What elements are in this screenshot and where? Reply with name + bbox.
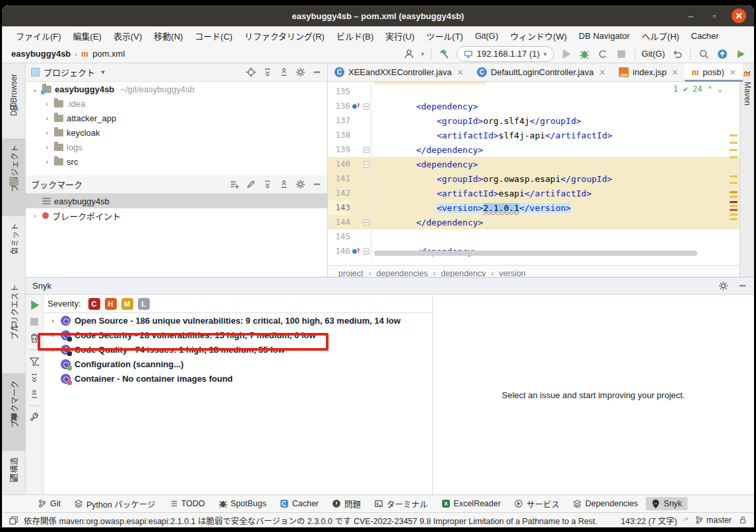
error-stripe-mark[interactable] [730, 201, 738, 203]
close-tab-icon[interactable]: ✕ [730, 68, 736, 77]
menu-item[interactable]: リファクタリング(R) [238, 28, 331, 44]
menu-item[interactable]: Cacher [685, 29, 725, 43]
hide-panel-icon[interactable] [312, 67, 322, 77]
code-editor[interactable]: 1 ✔ 24 ⌃ ⌄ 135136↑− <dependency>137 <gro… [328, 82, 740, 260]
error-stripe-mark[interactable] [730, 205, 738, 207]
fold-marker-icon[interactable]: − [363, 103, 369, 109]
chevron-right-icon[interactable]: › [43, 158, 51, 165]
coverage-button[interactable] [596, 47, 610, 61]
chevron-right-icon[interactable]: › [43, 143, 51, 151]
snyk-result-row[interactable]: Container - No container images found [44, 371, 432, 386]
severity-toggle-c[interactable]: C [88, 298, 100, 310]
rollback-icon[interactable] [670, 47, 683, 61]
editor-tab[interactable]: CXEEandXXEController.java✕ [328, 63, 470, 81]
tool-window-tab-ターミナル[interactable]: ターミナル [369, 496, 433, 512]
error-stripe-mark[interactable] [730, 134, 738, 136]
error-stripe-mark[interactable] [730, 182, 738, 184]
caret-position[interactable]: 143:22 (7 文字) [621, 514, 677, 527]
minimize-panel-icon[interactable] [738, 281, 747, 291]
tool-window-tab-問題[interactable]: 問題 [327, 496, 366, 512]
severity-toggle-h[interactable]: H [105, 298, 117, 310]
menu-item[interactable]: ウィンドウ(W) [504, 28, 573, 44]
filter-button[interactable] [29, 356, 40, 367]
severity-toggle-l[interactable]: L [138, 298, 150, 310]
project-tree-item[interactable]: ›logs [26, 140, 327, 154]
breadcrumb[interactable]: easybuggy4sb›mpom.xml [2, 49, 125, 59]
run-button[interactable] [559, 47, 573, 61]
gear-icon[interactable] [718, 281, 728, 291]
snyk-panel-header[interactable]: Snyk [26, 278, 754, 295]
close-button[interactable]: ✕ [732, 9, 746, 23]
window-layout-icon[interactable] [9, 516, 18, 525]
status-message[interactable]: 依存関係 maven:org.owasp.esapi:esapi:2.1.0.1… [24, 514, 598, 527]
project-panel-title[interactable]: プロジェクト [44, 66, 95, 78]
error-stripe-mark[interactable] [730, 218, 738, 220]
project-tree-item[interactable]: ›keycloak [26, 125, 327, 140]
activity-tab-db[interactable]: DB Browser [2, 67, 26, 138]
git-branch-widget[interactable]: master [695, 516, 732, 525]
bookmarks-panel-title[interactable]: ブックマーク [31, 178, 82, 191]
collapse-all-icon[interactable] [279, 179, 289, 189]
tool-window-tab-spotbugs[interactable]: SpotBugs [213, 497, 272, 510]
error-stripe-mark[interactable] [730, 142, 738, 144]
update-icon[interactable] [716, 47, 729, 61]
menu-item[interactable]: 移動(N) [148, 28, 189, 44]
tool-window-tab-todo[interactable]: TODO [164, 497, 210, 510]
locate-icon[interactable] [246, 67, 256, 77]
editor-tab[interactable]: JSPindex.jsp✕ [612, 63, 685, 81]
show-hidden-tabs-icon[interactable] [743, 67, 753, 77]
minimize-button[interactable]: – [684, 9, 697, 22]
menu-item[interactable]: コード(C) [189, 28, 238, 44]
chevron-down-icon[interactable]: ▾ [99, 68, 107, 76]
close-tab-icon[interactable]: ✕ [672, 68, 678, 77]
code-line[interactable]: 141 <groupId>org.owasp.esapi</groupId> [328, 171, 740, 186]
error-stripe-mark[interactable] [730, 149, 738, 151]
tool-window-tab-snyk[interactable]: Snyk [646, 497, 687, 510]
menu-item[interactable]: 表示(V) [108, 28, 148, 44]
chevron-down-icon[interactable]: ▾ [421, 51, 424, 57]
menu-item[interactable]: 実行(U) [379, 28, 420, 44]
error-stripe-mark[interactable] [730, 209, 738, 211]
breadcrumb-file[interactable]: pom.xml [92, 49, 125, 59]
code-line[interactable]: 135 [328, 84, 740, 99]
cacher-run-icon[interactable] [734, 47, 747, 61]
error-stripe-mark[interactable] [730, 175, 738, 177]
code-line[interactable]: 139− </dependency> [328, 142, 740, 157]
code-line[interactable]: 140− <dependency> [328, 157, 740, 171]
title-bar[interactable]: easybuggy4sb – pom.xml (easybuggy4sb) – … [2, 5, 754, 26]
error-stripe-mark[interactable] [730, 191, 738, 193]
snyk-result-row[interactable]: ›Open Source - 186 unique vulnerabilitie… [44, 313, 432, 328]
gear-icon[interactable] [296, 179, 305, 189]
tool-window-tab-git[interactable]: Git [32, 497, 66, 510]
gear-icon[interactable] [296, 67, 305, 77]
stop-scan-button[interactable] [29, 316, 40, 327]
close-tab-icon[interactable]: ✕ [599, 68, 606, 77]
activity-tab-pr[interactable]: プルリクエスト [2, 277, 26, 363]
user-profile-icon[interactable] [402, 47, 416, 61]
project-tree-item[interactable]: ⌄easybuggy4sb~/git/easybuggy4sb [26, 82, 327, 96]
hide-panel-icon[interactable] [312, 179, 322, 189]
collapse-all-icon[interactable] [29, 389, 40, 399]
chevron-down-icon[interactable]: ⌄ [31, 85, 39, 94]
project-tree-item[interactable]: ›src [26, 154, 327, 169]
code-line[interactable]: 145 [328, 229, 740, 244]
horizontal-scrollbar[interactable] [374, 251, 697, 256]
error-stripe-mark[interactable] [730, 196, 738, 198]
search-everywhere-icon[interactable] [697, 47, 710, 61]
breadcrumb-project[interactable]: easybuggy4sb [11, 49, 71, 59]
menu-item[interactable]: Git(G) [469, 29, 504, 43]
project-tree-item[interactable]: ›.idea [26, 96, 327, 111]
activity-tab-bookmark[interactable]: ブックマーク [2, 373, 26, 451]
fold-marker-icon[interactable]: − [363, 147, 369, 153]
menu-item[interactable]: DB Navigator [573, 29, 635, 43]
gutter-navigation-icon[interactable]: ↑ [352, 247, 360, 256]
project-tree-item[interactable]: ›attacker_app [26, 111, 327, 125]
tool-window-tab-cacher[interactable]: Cacher [274, 497, 324, 510]
chevron-right-icon[interactable]: › [43, 129, 51, 136]
bookmark-item[interactable]: ›ブレークポイント [26, 208, 327, 223]
chevron-right-icon[interactable]: › [49, 316, 57, 324]
code-line[interactable]: 136↑− <dependency> [328, 99, 740, 113]
edit-icon[interactable] [246, 179, 256, 189]
gutter-navigation-icon[interactable]: ↑ [352, 102, 360, 111]
collapse-all-icon[interactable] [279, 67, 289, 77]
